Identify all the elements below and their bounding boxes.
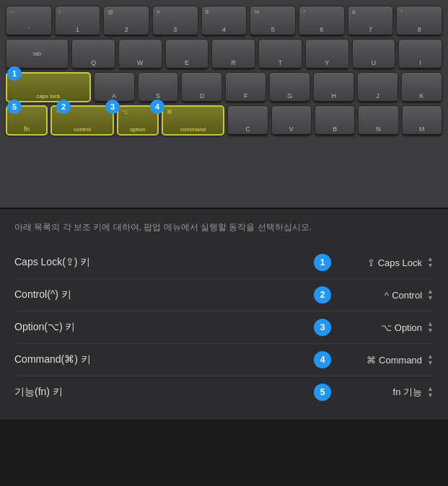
caps-lock-label: Caps Lock(⇪) 키 [14, 256, 90, 269]
caps-lock-right: 1 ⇪ Caps Lock ▲ ▼ [314, 254, 434, 271]
key-command[interactable]: ⌘ command [162, 105, 224, 136]
key-8[interactable]: *8 [396, 6, 442, 36]
control-value[interactable]: ^ Control ▲ ▼ [340, 288, 434, 301]
key-row-qwerty: tab Q W E R T Y U I [6, 39, 442, 69]
key-v[interactable]: V [271, 105, 312, 136]
key-t[interactable]: T [258, 39, 302, 69]
key-a[interactable]: A [94, 72, 135, 102]
command-stepper[interactable]: ▲ ▼ [427, 353, 434, 366]
key-r[interactable]: R [211, 39, 255, 69]
key-3[interactable]: #3 [152, 6, 198, 36]
control-stepper[interactable]: ▲ ▼ [427, 288, 434, 301]
control-label: Control(^) 키 [14, 288, 71, 301]
key-b[interactable]: B [315, 105, 355, 136]
key-y[interactable]: Y [305, 39, 349, 69]
key-w[interactable]: W [118, 39, 162, 69]
setting-row-option: Option(⌥) 키 3 ⌥ Option ▲ ▼ [14, 312, 434, 344]
key-c[interactable]: C [227, 105, 268, 136]
key-k[interactable]: K [401, 72, 442, 102]
key-7[interactable]: &7 [348, 6, 394, 36]
badge-5: 5 [7, 100, 22, 114]
key-s[interactable]: S [138, 72, 179, 102]
key-row-numbers: ~` !1 @2 #3 $4 %5 ^6 &7 *8 [6, 6, 442, 36]
key-backtick[interactable]: ~` [6, 6, 52, 36]
key-4[interactable]: $4 [201, 6, 247, 36]
key-m[interactable]: M [402, 105, 442, 136]
key-d[interactable]: D [181, 72, 222, 102]
key-2[interactable]: @2 [103, 6, 149, 36]
fn-stepper[interactable]: ▲ ▼ [427, 386, 434, 399]
badge-1: 1 [7, 66, 22, 81]
option-stepper[interactable]: ▲ ▼ [427, 321, 434, 334]
setting-row-fn: 기능(fn) 키 5 fn 기능 ▲ ▼ [14, 376, 434, 408]
option-value[interactable]: ⌥ Option ▲ ▼ [340, 321, 434, 334]
key-g[interactable]: G [269, 72, 310, 102]
settings-panel: 아래 목록의 각 보조 키에 대하여, 팝업 메뉴에서 실행할 동작을 선택하십… [0, 209, 448, 420]
key-6[interactable]: ^6 [299, 6, 345, 36]
key-e[interactable]: E [165, 39, 209, 69]
fn-label: 기능(fn) 키 [14, 386, 63, 399]
badge-4: 4 [150, 100, 164, 114]
key-1[interactable]: !1 [55, 6, 101, 36]
command-label: Command(⌘) 키 [14, 353, 91, 366]
key-u[interactable]: U [352, 39, 396, 69]
settings-description: 아래 목록의 각 보조 키에 대하여, 팝업 메뉴에서 실행할 동작을 선택하십… [14, 221, 434, 234]
caps-lock-stepper[interactable]: ▲ ▼ [427, 256, 434, 269]
key-h[interactable]: H [313, 72, 354, 102]
setting-row-command: Command(⌘) 키 4 ⌘ Command ▲ ▼ [14, 344, 434, 376]
key-row-modifiers: 5 2 3 4 fn ^ control ⌥ option ⌘ command … [6, 105, 442, 136]
key-q[interactable]: Q [71, 39, 115, 69]
badge-3: 3 [105, 100, 120, 114]
fn-value[interactable]: fn 기능 ▲ ▼ [340, 386, 434, 399]
key-j[interactable]: J [357, 72, 398, 102]
key-n[interactable]: N [358, 105, 398, 136]
fn-right: 5 fn 기능 ▲ ▼ [314, 384, 434, 401]
keyboard-wrapper: ~` !1 @2 #3 $4 %5 ^6 &7 *8 tab Q W E R T… [0, 0, 448, 144]
control-right: 2 ^ Control ▲ ▼ [314, 286, 434, 304]
key-row-asdf: 1 • caps lock A S D F G H J K [6, 72, 442, 102]
setting-row-control: Control(^) 키 2 ^ Control ▲ ▼ [14, 279, 434, 312]
caps-lock-badge: 1 [314, 254, 331, 271]
option-right: 3 ⌥ Option ▲ ▼ [314, 319, 434, 336]
keyboard-section: ~` !1 @2 #3 $4 %5 ^6 &7 *8 tab Q W E R T… [0, 0, 448, 209]
caps-lock-value[interactable]: ⇪ Caps Lock ▲ ▼ [340, 256, 434, 269]
key-5[interactable]: %5 [250, 6, 296, 36]
key-i[interactable]: I [398, 39, 442, 69]
fn-badge: 5 [314, 384, 331, 401]
key-f[interactable]: F [225, 72, 266, 102]
setting-row-caps-lock: Caps Lock(⇪) 키 1 ⇪ Caps Lock ▲ ▼ [14, 247, 434, 279]
badge-2: 2 [56, 100, 71, 114]
control-badge: 2 [314, 286, 331, 304]
command-value[interactable]: ⌘ Command ▲ ▼ [340, 353, 434, 366]
key-tab[interactable]: tab [6, 39, 69, 69]
option-label: Option(⌥) 키 [14, 321, 75, 334]
command-right: 4 ⌘ Command ▲ ▼ [314, 351, 434, 368]
option-badge: 3 [314, 319, 331, 336]
command-badge: 4 [314, 351, 331, 368]
